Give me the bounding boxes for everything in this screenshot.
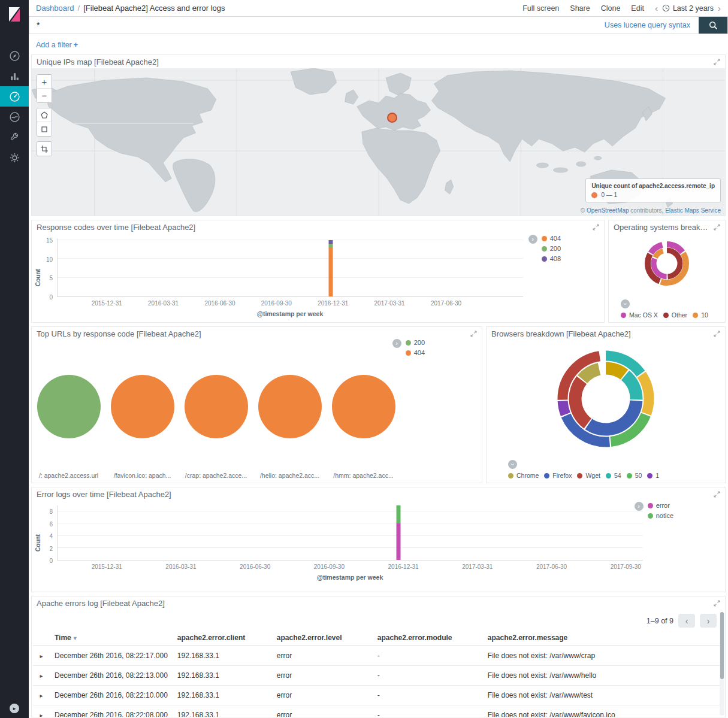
- panel-header: Operating systems breakd...: [609, 220, 725, 234]
- edit-button[interactable]: Edit: [631, 4, 644, 13]
- breadcrumb-dashboard-link[interactable]: Dashboard: [36, 4, 74, 13]
- table-row[interactable]: December 26th 2016, 08:22:17.000192.168.…: [33, 646, 720, 666]
- column-header[interactable]: Time: [50, 630, 173, 646]
- legend-item[interactable]: 200: [542, 245, 561, 252]
- expand-row-caret-icon[interactable]: [33, 705, 50, 718]
- column-header[interactable]: apache2.error.message: [483, 630, 720, 646]
- clone-button[interactable]: Clone: [601, 4, 621, 13]
- legend-label: 54: [614, 472, 621, 479]
- full-screen-button[interactable]: Full screen: [522, 4, 559, 13]
- pie-slice[interactable]: [111, 375, 174, 438]
- y-tick-label: 2: [49, 545, 53, 552]
- expand-row-caret-icon[interactable]: [33, 666, 50, 686]
- table-row[interactable]: December 26th 2016, 08:22:08.000192.168.…: [33, 705, 720, 718]
- sidebar-item-devtools[interactable]: [0, 127, 29, 147]
- legend-item[interactable]: Chrome: [508, 472, 539, 479]
- panel-operating-systems: Operating systems breakd... Mac OS XOthe…: [608, 220, 726, 323]
- chart-legend: errornotice: [635, 502, 673, 519]
- sidebar-item-dashboard[interactable]: [0, 86, 29, 107]
- sidebar-item-visualize[interactable]: [0, 66, 29, 86]
- legend-toggle-icon[interactable]: [392, 339, 401, 348]
- bar-segment-error[interactable]: [396, 523, 400, 560]
- pagination-next-button[interactable]: [700, 614, 717, 628]
- sidebar-item-timelion[interactable]: [0, 107, 29, 127]
- map-canvas[interactable]: + − Unique count of apache2.access.remot…: [32, 68, 725, 216]
- draw-polygon-button[interactable]: [37, 108, 52, 122]
- elastic-maps-service-link[interactable]: Elastic Maps Service: [665, 207, 721, 214]
- legend-item[interactable]: Other: [663, 311, 687, 319]
- lucene-syntax-link[interactable]: Uses lucene query syntax: [605, 21, 690, 29]
- pie-chart-item: /hmm: apache2.acc...: [327, 375, 400, 479]
- openstreetmap-link[interactable]: OpenStreetMap: [587, 207, 629, 214]
- pie-slice[interactable]: [258, 375, 322, 438]
- os-donut-chart[interactable]: [609, 238, 725, 289]
- column-header[interactable]: apache2.error.module: [373, 630, 483, 646]
- time-forward-chevron-icon[interactable]: [718, 4, 721, 13]
- expand-panel-icon[interactable]: [714, 600, 720, 607]
- chart-legend: 200404: [392, 339, 425, 356]
- gridline: [58, 277, 523, 278]
- pagination-prev-button[interactable]: [678, 614, 695, 628]
- expand-panel-icon[interactable]: [714, 491, 720, 498]
- expand-panel-icon[interactable]: [714, 59, 720, 65]
- pie-slice[interactable]: [37, 375, 101, 438]
- sidebar-item-management[interactable]: [0, 147, 29, 168]
- add-filter-link[interactable]: Add a filter: [36, 41, 72, 49]
- legend-item[interactable]: 54: [606, 472, 621, 479]
- sort-caret-icon[interactable]: [71, 634, 77, 642]
- sidebar-item-discover[interactable]: [0, 46, 29, 66]
- time-picker[interactable]: Last 2 years: [662, 4, 714, 13]
- expand-row-caret-icon[interactable]: [33, 686, 50, 705]
- table-scrollbar-track[interactable]: [720, 612, 724, 716]
- search-button[interactable]: [699, 17, 727, 34]
- table-scrollbar-thumb[interactable]: [720, 612, 724, 679]
- zoom-out-button[interactable]: −: [37, 89, 52, 102]
- column-header-label: apache2.error.module: [377, 634, 452, 642]
- legend-item[interactable]: 10: [693, 311, 708, 319]
- legend-toggle-icon[interactable]: [528, 235, 537, 244]
- share-button[interactable]: Share: [570, 4, 590, 13]
- bar-segment-404[interactable]: [329, 248, 333, 296]
- legend-item[interactable]: notice: [648, 512, 673, 519]
- legend-item[interactable]: 50: [627, 472, 642, 479]
- draw-rectangle-button[interactable]: [37, 122, 52, 136]
- legend-items: Mac OS XOther10: [621, 311, 720, 319]
- legend-toggle-icon[interactable]: [508, 460, 517, 469]
- column-header[interactable]: apache2.error.level: [272, 630, 373, 646]
- expand-panel-icon[interactable]: [470, 331, 477, 337]
- expand-panel-icon[interactable]: [593, 224, 599, 231]
- table-row[interactable]: December 26th 2016, 08:22:13.000192.168.…: [33, 666, 720, 686]
- pie-slice[interactable]: [332, 375, 395, 438]
- add-filter-plus-icon[interactable]: +: [74, 41, 78, 49]
- browsers-donut-chart[interactable]: [487, 346, 725, 452]
- bar-segment-notice[interactable]: [396, 505, 400, 523]
- expand-panel-icon[interactable]: [714, 224, 720, 231]
- legend-item[interactable]: Firefox: [544, 472, 572, 479]
- legend-item[interactable]: Wget: [577, 472, 600, 479]
- legend-item[interactable]: Mac OS X: [621, 311, 658, 319]
- sidebar-collapse-button[interactable]: [0, 704, 29, 713]
- legend-toggle-icon[interactable]: [635, 502, 644, 511]
- x-tick-label: 2017-03-31: [374, 300, 405, 307]
- search-input[interactable]: [29, 20, 605, 30]
- legend-item[interactable]: 1: [647, 472, 659, 479]
- pie-slice[interactable]: [185, 375, 248, 438]
- expand-panel-icon[interactable]: [714, 331, 720, 337]
- legend-item[interactable]: 408: [542, 255, 561, 262]
- geo-point-marker[interactable]: [387, 113, 397, 123]
- zoom-in-button[interactable]: +: [37, 75, 52, 89]
- expand-row-caret-icon[interactable]: [33, 646, 50, 666]
- fit-bounds-button[interactable]: [37, 142, 52, 156]
- x-tick-label: 2016-09-30: [261, 300, 292, 307]
- search-icon: [709, 21, 718, 30]
- legend-toggle-icon[interactable]: [621, 299, 630, 308]
- legend-item[interactable]: 404: [542, 235, 561, 242]
- legend-item[interactable]: error: [648, 502, 673, 509]
- table-row[interactable]: December 26th 2016, 08:22:10.000192.168.…: [33, 686, 720, 705]
- legend-item[interactable]: 404: [406, 349, 425, 356]
- table-cell: error: [272, 646, 373, 666]
- column-header[interactable]: apache2.error.client: [173, 630, 272, 646]
- time-back-chevron-icon[interactable]: [655, 4, 658, 13]
- legend-item[interactable]: 200: [406, 339, 425, 346]
- kibana-logo[interactable]: [0, 0, 29, 29]
